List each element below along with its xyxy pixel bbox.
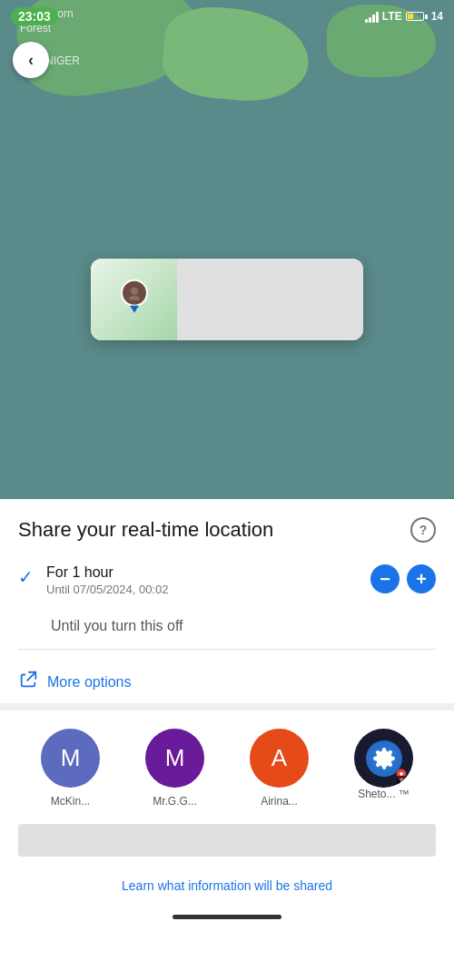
contacts-row: M McKin... M Mr.G.G... A Airina... — [18, 710, 436, 817]
map-preview-right — [177, 259, 363, 340]
contact-item-1[interactable]: M Mr.G.G... — [123, 729, 227, 808]
battery-icon — [406, 12, 428, 21]
map-background: Badabhorn Forest NIGER 23:03 LTE 14 ‹ — [0, 0, 454, 499]
contact-avatar-3: TM — [354, 729, 413, 788]
contact-name-3: Sheto... ™ — [358, 788, 410, 800]
bottom-sheet: Share your real-time location ? ✓ For 1 … — [0, 499, 454, 980]
contact-name-0: McKin... — [51, 795, 90, 808]
status-icons: LTE 14 — [365, 10, 443, 23]
thick-divider — [0, 703, 454, 710]
more-options-label: More options — [47, 674, 132, 691]
back-arrow-icon: ‹ — [28, 52, 34, 68]
status-bar: 23:03 LTE 14 — [0, 0, 454, 33]
decrease-button[interactable]: − — [370, 564, 400, 593]
option-2-text: Until you turn this off — [51, 618, 183, 633]
contact-avatar-2: A — [250, 729, 309, 788]
tm-badge: TM — [397, 776, 411, 786]
location-pin — [121, 279, 148, 313]
contact-avatar-1: M — [145, 729, 204, 788]
pin-avatar — [121, 279, 148, 307]
svg-point-0 — [131, 288, 138, 295]
contact-name-2: Airina... — [261, 795, 298, 808]
increase-button[interactable]: + — [407, 564, 436, 593]
map-label-3: NIGER — [45, 54, 80, 67]
help-icon: ? — [419, 523, 428, 537]
option-1-hour[interactable]: ✓ For 1 hour Until 07/05/2024, 00:02 − + — [18, 561, 436, 600]
share-icon — [18, 670, 38, 694]
option-1-text: For 1 hour Until 07/05/2024, 00:02 — [46, 564, 360, 596]
option-1-sub: Until 07/05/2024, 00:02 — [46, 583, 360, 596]
contact-item-3[interactable]: TM Sheto... ™ — [331, 729, 436, 808]
learn-link[interactable]: Learn what information will be shared — [18, 867, 436, 907]
map-preview-left — [91, 259, 177, 340]
option-1-controls: − + — [370, 564, 436, 593]
redacted-info-row — [18, 824, 436, 857]
contact-avatar-0: M — [41, 729, 100, 788]
option-turn-off[interactable]: Until you turn this off — [18, 614, 436, 638]
help-button[interactable]: ? — [410, 517, 436, 543]
sheet-header: Share your real-time location ? — [18, 517, 436, 543]
back-button[interactable]: ‹ — [13, 42, 49, 78]
more-options-row[interactable]: More options — [18, 661, 436, 703]
lte-label: LTE — [382, 10, 402, 23]
checkmark-icon: ✓ — [18, 566, 34, 588]
divider-1 — [18, 649, 436, 650]
signal-icon — [365, 10, 379, 23]
contact-name-1: Mr.G.G... — [153, 795, 197, 808]
battery-level: 14 — [431, 10, 443, 23]
contact-item-2[interactable]: A Airina... — [227, 729, 331, 808]
status-time: 23:03 — [11, 7, 58, 25]
map-preview-card — [91, 259, 363, 340]
pin-tail — [130, 306, 139, 313]
option-1-main: For 1 hour — [46, 564, 360, 581]
home-indicator — [173, 915, 281, 919]
sheet-title: Share your real-time location — [18, 518, 273, 542]
contact-item-0[interactable]: M McKin... — [18, 729, 123, 808]
